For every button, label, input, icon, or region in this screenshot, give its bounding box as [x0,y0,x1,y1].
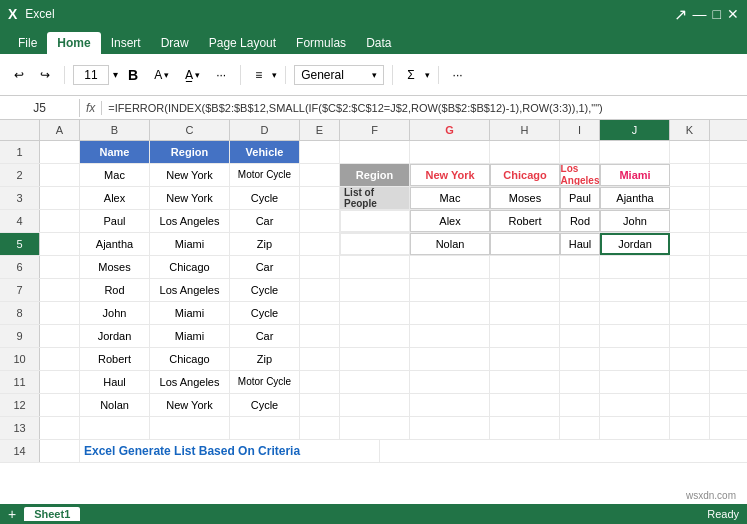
cell-d3[interactable]: Cycle [230,187,300,209]
cell-b5[interactable]: Ajantha [80,233,150,255]
cell-b2[interactable]: Mac [80,164,150,186]
cell-f3[interactable]: List of People [340,187,410,209]
cell-i4[interactable]: Rod [560,210,600,232]
cell-a3[interactable] [40,187,80,209]
cell-j4[interactable]: John [600,210,670,232]
col-header-i[interactable]: I [560,120,600,140]
cell-g2[interactable]: New York [410,164,490,186]
cell-c3[interactable]: New York [150,187,230,209]
cell-k2[interactable] [670,164,710,186]
cell-i2[interactable]: Los Angeles [560,164,600,186]
cell-g1[interactable] [410,141,490,163]
cell-k5[interactable] [670,233,710,255]
tab-page-layout[interactable]: Page Layout [199,32,286,54]
cell-d4[interactable]: Car [230,210,300,232]
cell-b9[interactable]: Jordan [80,325,150,347]
col-header-h[interactable]: H [490,120,560,140]
cell-e1[interactable] [300,141,340,163]
cell-d2[interactable]: Motor Cycle [230,164,300,186]
maximize-icon[interactable]: □ [713,6,721,22]
cell-j5[interactable]: Jordan [600,233,670,255]
col-header-c[interactable]: C [150,120,230,140]
col-header-k[interactable]: K [670,120,710,140]
tab-insert[interactable]: Insert [101,32,151,54]
cell-h3[interactable]: Moses [490,187,560,209]
cell-e6[interactable] [300,256,340,278]
undo-button[interactable]: ↩ [8,66,30,84]
more-button[interactable]: ··· [210,66,232,84]
cell-c9[interactable]: Miami [150,325,230,347]
cell-b12[interactable]: Nolan [80,394,150,416]
formula-input[interactable]: =IFERROR(INDEX($B$2:$B$12,SMALL(IF($C$2:… [102,100,747,116]
cell-c10[interactable]: Chicago [150,348,230,370]
cell-i3[interactable]: Paul [560,187,600,209]
cell-c8[interactable]: Miami [150,302,230,324]
cell-k4[interactable] [670,210,710,232]
cell-i5[interactable]: Haul [560,233,600,255]
col-header-g[interactable]: G [410,120,490,140]
cell-a2[interactable] [40,164,80,186]
cell-g5[interactable]: Nolan [410,233,490,255]
cell-k1[interactable] [670,141,710,163]
align-button[interactable]: ≡ [249,66,268,84]
cell-reference[interactable]: J5 [0,99,80,117]
cell-d1[interactable]: Vehicle [230,141,300,163]
cell-c6[interactable]: Chicago [150,256,230,278]
tab-data[interactable]: Data [356,32,401,54]
tab-home[interactable]: Home [47,32,100,54]
col-header-d[interactable]: D [230,120,300,140]
cell-e5[interactable] [300,233,340,255]
more-options-button[interactable]: ··· [447,66,469,84]
cell-f4[interactable] [340,210,410,232]
sum-button[interactable]: Σ [401,66,420,84]
tab-formulas[interactable]: Formulas [286,32,356,54]
cell-e4[interactable] [300,210,340,232]
share-icon[interactable]: ↗ [674,5,687,24]
cell-h5[interactable] [490,233,560,255]
cell-b14-footer[interactable]: Excel Generate List Based On Criteria [80,440,380,462]
col-header-e[interactable]: E [300,120,340,140]
cell-k3[interactable] [670,187,710,209]
cell-j3[interactable]: Ajantha [600,187,670,209]
tab-file[interactable]: File [8,32,47,54]
sheet-tab-sheet1[interactable]: Sheet1 [24,507,80,521]
cell-b6[interactable]: Moses [80,256,150,278]
cell-f1[interactable] [340,141,410,163]
sheet-add-icon[interactable]: + [8,506,16,522]
cell-b10[interactable]: Robert [80,348,150,370]
cell-f5[interactable] [340,233,410,255]
cell-g3[interactable]: Mac [410,187,490,209]
cell-b8[interactable]: John [80,302,150,324]
minimize-icon[interactable]: — [693,6,707,22]
cell-d12[interactable]: Cycle [230,394,300,416]
cell-g4[interactable]: Alex [410,210,490,232]
bold-button[interactable]: B [122,65,144,85]
close-icon[interactable]: ✕ [727,6,739,22]
cell-c7[interactable]: Los Angeles [150,279,230,301]
chevron-down-icon[interactable]: ▾ [113,69,118,80]
cell-a6[interactable] [40,256,80,278]
font-color-button[interactable]: A ▾ [148,66,175,84]
cell-b7[interactable]: Rod [80,279,150,301]
cell-d7[interactable]: Cycle [230,279,300,301]
col-header-f[interactable]: F [340,120,410,140]
cell-c1[interactable]: Region [150,141,230,163]
cell-b1[interactable]: Name [80,141,150,163]
cell-d9[interactable]: Car [230,325,300,347]
cell-h1[interactable] [490,141,560,163]
cell-f2[interactable]: Region [340,164,410,186]
cell-j2[interactable]: Miami [600,164,670,186]
cell-c5[interactable]: Miami [150,233,230,255]
cell-c12[interactable]: New York [150,394,230,416]
cell-j1[interactable] [600,141,670,163]
font-size-input[interactable] [73,65,109,85]
cell-i1[interactable] [560,141,600,163]
col-header-b[interactable]: B [80,120,150,140]
cell-e2[interactable] [300,164,340,186]
cell-h4[interactable]: Robert [490,210,560,232]
cell-b3[interactable]: Alex [80,187,150,209]
cell-c2[interactable]: New York [150,164,230,186]
cell-b11[interactable]: Haul [80,371,150,393]
col-header-j[interactable]: J [600,120,670,140]
cell-d8[interactable]: Cycle [230,302,300,324]
